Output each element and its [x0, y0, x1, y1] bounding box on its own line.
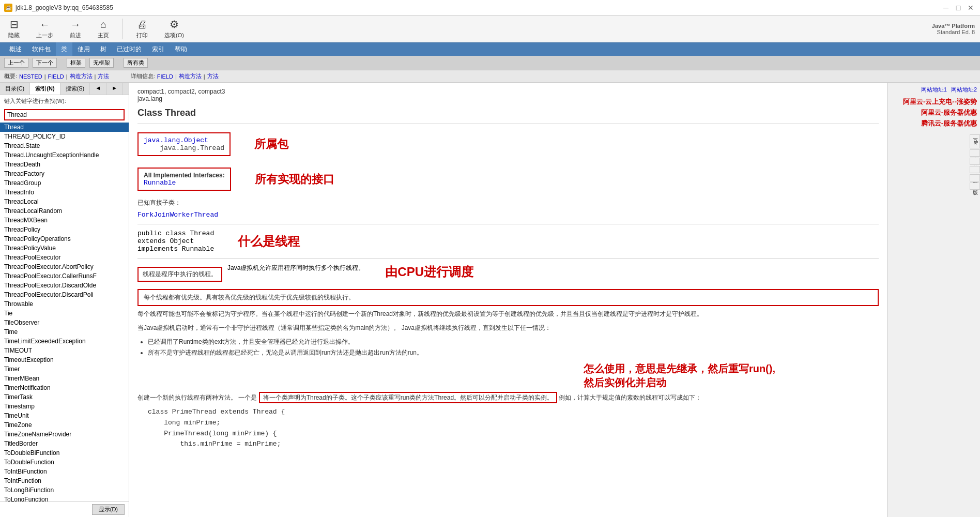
addr1-link[interactable]: 网站地址1: [921, 86, 947, 94]
list-item-21[interactable]: Time: [0, 327, 129, 337]
forward-button[interactable]: → 前进: [67, 17, 84, 41]
list-item-23[interactable]: TIMEOUT: [0, 346, 129, 355]
list-item-0[interactable]: THREAD_POLICY_ID: [0, 132, 129, 141]
tab-help[interactable]: 帮助: [170, 42, 192, 56]
ad2[interactable]: 阿里云-服务器优惠: [891, 108, 977, 118]
options-button[interactable]: ⚙ 选项(O): [161, 16, 187, 41]
list-item-30[interactable]: TimeUnit: [0, 411, 129, 420]
list-item-24[interactable]: TimeoutException: [0, 355, 129, 364]
list-item-27[interactable]: TimerNotification: [0, 383, 129, 392]
list-item-36[interactable]: ToIntBiFunction: [0, 467, 129, 476]
list-item-22[interactable]: TimeLimitExceededException: [0, 337, 129, 346]
detail-field[interactable]: FIELD: [157, 73, 173, 80]
list-item-5[interactable]: ThreadGroup: [0, 178, 129, 188]
priority-section: 每个线程都有优先级。具有较高优先级的线程优先于优先级较低的线程执行。 每个线程可…: [137, 289, 879, 319]
list-item-29[interactable]: Timestamp: [0, 402, 129, 411]
tab-deprecated[interactable]: 已过时的: [112, 42, 147, 56]
ad3[interactable]: 腾讯云-服务器优惠: [891, 118, 977, 129]
tab-overview[interactable]: 概述: [4, 42, 27, 56]
frame-button[interactable]: 框架: [67, 58, 85, 68]
list-item-6[interactable]: ThreadInfo: [0, 188, 129, 197]
list-item-26[interactable]: TimerMBean: [0, 374, 129, 383]
summary-constructor[interactable]: 构造方法: [70, 72, 93, 80]
subclass-value[interactable]: ForkJoinWorkerThread: [137, 211, 879, 219]
minimize-button[interactable]: ─: [941, 3, 951, 13]
list-item-11[interactable]: ThreadPolicyOperations: [0, 234, 129, 244]
ad1[interactable]: 阿里云-云上充电--涨姿势: [891, 97, 977, 108]
list-item-9[interactable]: ThreadMXBean: [0, 216, 129, 225]
right-sidebar-links: 网站地址1 网站地址2: [891, 86, 977, 94]
create-p-rest: 例如，计算大于规定值的素数的线程可以写成如下：: [559, 394, 701, 401]
side-btn-compare2[interactable]: 照: [970, 174, 980, 181]
hide-button[interactable]: ⊟ 隐藏: [5, 16, 23, 41]
list-item-20[interactable]: TileObserver: [0, 318, 129, 327]
addr2-link[interactable]: 网站地址2: [951, 86, 977, 94]
show-button[interactable]: 显示(D): [92, 504, 125, 515]
summary-nested[interactable]: NESTED: [19, 73, 42, 80]
tab-use[interactable]: 使用: [72, 42, 95, 56]
side-btn-en[interactable]: 英: [970, 158, 980, 165]
list-item-17[interactable]: ThreadPoolExecutor.DiscardPoli: [0, 290, 129, 299]
list-item-3[interactable]: ThreadDeath: [0, 160, 129, 169]
side-btn-jdk[interactable]: jdk: [970, 134, 980, 148]
list-item-16[interactable]: ThreadPoolExecutor.DiscardOlde: [0, 281, 129, 290]
hide-label: 隐藏: [8, 32, 20, 39]
print-button[interactable]: 🖨 打印: [133, 17, 151, 41]
tab-search[interactable]: 搜索(S): [60, 83, 90, 95]
tab-class[interactable]: 类: [56, 42, 72, 56]
summary-method[interactable]: 方法: [98, 72, 109, 80]
detail-constructor[interactable]: 构造方法: [179, 72, 202, 80]
tab-toc[interactable]: 目录(C): [0, 83, 30, 95]
home-button[interactable]: ⌂ 主页: [95, 17, 112, 41]
list-item-39[interactable]: ToLongFunction: [0, 495, 129, 501]
tab-index[interactable]: 索引: [147, 42, 170, 56]
list-item-15[interactable]: ThreadPoolExecutor.CallerRunsF: [0, 271, 129, 281]
all-classes-button[interactable]: 所有类: [124, 58, 148, 68]
list-item-25[interactable]: Timer: [0, 364, 129, 374]
no-frame-button[interactable]: 无框架: [89, 58, 114, 68]
list-item-28[interactable]: TimerTask: [0, 392, 129, 402]
prev-button[interactable]: 上一个: [4, 58, 28, 68]
tab-tree[interactable]: 树: [95, 42, 112, 56]
list-item-38[interactable]: ToLongBiFunction: [0, 485, 129, 495]
side-btn-version[interactable]: 版: [970, 183, 980, 190]
tab-index-sidebar[interactable]: 索引(N): [30, 83, 60, 95]
list-item-13[interactable]: ThreadPoolExecutor: [0, 253, 129, 262]
priority-full: 每个线程可能也可能不会被标记为守护程序。当在某个线程中运行的代码创建一个新的Th…: [137, 309, 879, 319]
list-item-7[interactable]: ThreadLocal: [0, 197, 129, 206]
interfaces-value[interactable]: Runnable: [144, 179, 225, 187]
list-item-8[interactable]: ThreadLocalRandom: [0, 206, 129, 216]
side-btn-zh[interactable]: 中: [970, 149, 980, 157]
maximize-button[interactable]: □: [953, 3, 963, 13]
inheritance-line1[interactable]: java.lang.Object: [144, 136, 224, 144]
list-item-10[interactable]: ThreadPolicy: [0, 225, 129, 234]
list-item-4[interactable]: ThreadFactory: [0, 169, 129, 178]
tab-packages[interactable]: 软件包: [27, 42, 56, 56]
search-input[interactable]: [4, 109, 125, 120]
create-thread-para: 创建一个新的执行线程有两种方法。 一个是 将一个类声明为Thread的子类。这个…: [137, 393, 879, 403]
next-button[interactable]: 下一个: [33, 58, 57, 68]
close-button[interactable]: ✕: [966, 3, 976, 13]
desc-short-text: 线程是程序中执行的线程。: [143, 270, 217, 278]
list-item-33[interactable]: TitledBorder: [0, 439, 129, 448]
list-item-34[interactable]: ToDoubleBiFunction: [0, 448, 129, 458]
list-item-19[interactable]: Tie: [0, 309, 129, 318]
title-bar-controls[interactable]: ─ □ ✕: [941, 3, 976, 13]
list-item-35[interactable]: ToDoubleFunction: [0, 458, 129, 467]
list-item-1[interactable]: Thread.State: [0, 141, 129, 150]
back-button[interactable]: ← 上一步: [33, 17, 56, 41]
list-item-thread-selected[interactable]: Thread: [0, 123, 129, 132]
list-item-12[interactable]: ThreadPolicyValue: [0, 244, 129, 253]
list-item-32[interactable]: TimeZoneNameProvider: [0, 430, 129, 439]
list-item-37[interactable]: ToIntFunction: [0, 476, 129, 485]
list-item-31[interactable]: TimeZone: [0, 420, 129, 430]
list-item-18[interactable]: Throwable: [0, 299, 129, 309]
title-bar: ☕ jdk1.8_googleV3 by:qq_654638585 ─ □ ✕: [0, 0, 980, 16]
tab-prev-nav[interactable]: ◄: [90, 83, 106, 95]
summary-field[interactable]: FIELD: [48, 73, 64, 80]
list-item-14[interactable]: ThreadPoolExecutor.AbortPolicy: [0, 262, 129, 271]
detail-method[interactable]: 方法: [207, 72, 219, 80]
side-btn-compare[interactable]: 对: [970, 166, 980, 173]
tab-next-nav[interactable]: ►: [106, 83, 123, 95]
list-item-2[interactable]: Thread.UncaughtExceptionHandle: [0, 150, 129, 160]
